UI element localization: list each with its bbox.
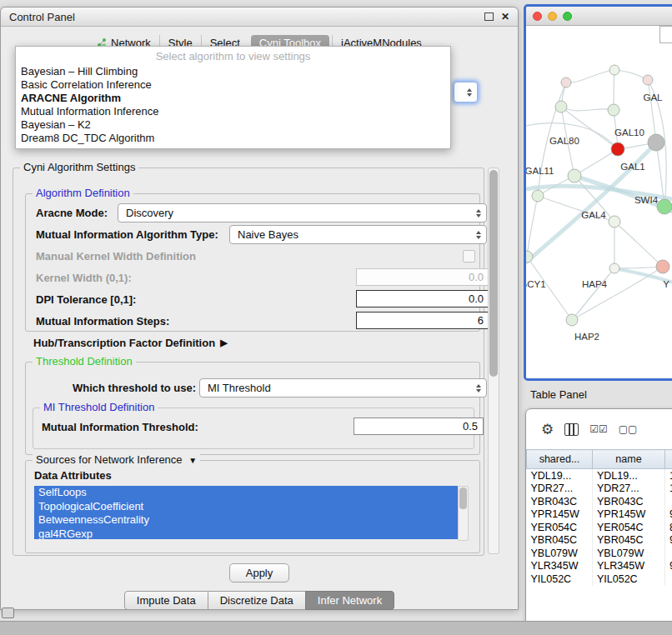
table-cell: 13 (665, 469, 672, 482)
table-cell: YDL19... (527, 469, 593, 482)
node-table: shared...name YDL19...YDL19...13YDR27...… (526, 449, 672, 586)
data-attributes-list[interactable]: SelfLoopsTopologicalCoefficientBetweenne… (34, 486, 458, 539)
algorithm-dropdown-popup: Select algorithm to view settings Bayesi… (15, 46, 451, 149)
node-label: GCY1 (526, 279, 546, 289)
table-row[interactable]: YDR27...YDR27...12 (527, 482, 672, 496)
aracne-mode-value: Discovery (126, 207, 173, 219)
network-node[interactable] (609, 263, 619, 273)
column-header[interactable]: shared... (527, 450, 593, 469)
dropdown-item[interactable]: Bayesian – K2 (16, 118, 450, 132)
deselect-all-icon[interactable]: ▢▢ (619, 423, 638, 435)
network-node[interactable] (656, 260, 669, 273)
network-scroll-box[interactable] (659, 26, 672, 43)
network-edge[interactable] (614, 222, 663, 267)
attribute-item[interactable]: BetweennessCentrality (34, 513, 458, 528)
attribute-item[interactable]: TopologicalCoefficient (34, 500, 458, 514)
mi-threshold-value: 0.5 (463, 420, 478, 432)
network-node[interactable] (609, 216, 620, 228)
status-bar (0, 621, 672, 635)
hub-section-toggle[interactable]: Hub/Transcription Factor Definition ▶ (33, 337, 228, 349)
network-edge[interactable] (527, 196, 538, 257)
column-header[interactable] (665, 450, 672, 469)
table-cell: YDR27... (593, 482, 665, 496)
attribute-item[interactable]: gal4RGexp (34, 528, 458, 540)
dropdown-item[interactable]: Basic Correlation Inference (16, 78, 450, 92)
network-node[interactable] (561, 78, 571, 88)
network-node[interactable] (643, 75, 653, 85)
network-node[interactable] (657, 199, 672, 214)
minimize-traffic-light-icon[interactable] (548, 12, 557, 21)
close-icon[interactable]: ✕ (501, 12, 509, 22)
node-label: GAL80 (549, 136, 579, 146)
settings-scrollbar[interactable] (488, 168, 499, 554)
table-row[interactable]: YPR145WYPR145W9. (527, 508, 672, 522)
close-traffic-light-icon[interactable] (533, 12, 542, 21)
apply-button[interactable]: Apply (229, 563, 289, 582)
network-node[interactable] (566, 314, 578, 326)
float-window-icon[interactable] (484, 12, 494, 21)
mi-steps-field[interactable]: 6 (356, 312, 489, 329)
table-row[interactable]: YBL079WYBL079W (527, 547, 672, 560)
dropdown-item[interactable]: ARACNE Algorithm (16, 92, 450, 105)
dpi-tolerance-value: 0.0 (469, 292, 484, 305)
tab-impute-data[interactable]: Impute Data (124, 591, 208, 610)
column-selector-icon[interactable] (564, 423, 579, 436)
table-cell: YPR145W (593, 508, 665, 522)
network-node[interactable] (611, 142, 624, 156)
table-cell: YDR27... (527, 482, 593, 496)
table-cell: 12 (665, 482, 672, 496)
network-edge[interactable] (614, 267, 663, 268)
table-row[interactable]: YIL052CYIL052C (527, 572, 672, 586)
scrollbar-thumb[interactable] (489, 170, 498, 377)
network-node[interactable] (568, 169, 581, 182)
mi-type-label: Mutual Information Algorithm Type: (36, 229, 218, 241)
mi-type-select[interactable]: Naive Bayes (229, 225, 487, 244)
network-node[interactable] (526, 251, 533, 262)
kernel-width-field[interactable]: 0.0 (356, 268, 489, 286)
panel-dock-icon[interactable] (2, 608, 14, 618)
dropdown-item[interactable]: Dream8 DC_TDC Algorithm (16, 132, 450, 145)
sources-title[interactable]: Sources for Network Inference ▼ (33, 454, 200, 467)
dropdown-item[interactable]: Bayesian – Hill Climbing (16, 65, 450, 78)
select-all-icon[interactable]: ☑☑ (589, 423, 608, 435)
network-node[interactable] (532, 190, 544, 202)
network-node[interactable] (648, 134, 664, 151)
mi-threshold-field[interactable]: 0.5 (354, 418, 484, 435)
table-row[interactable]: YDL19...YDL19...13 (527, 469, 672, 482)
table-cell: YBR043C (527, 495, 593, 508)
control-panel-titlebar[interactable]: Control Panel ✕ (1, 8, 518, 27)
table-row[interactable]: YER054CYER054C8. (527, 521, 672, 534)
tab-discretize-data[interactable]: Discretize Data (208, 591, 306, 610)
network-node[interactable] (555, 101, 567, 112)
column-header[interactable]: name (593, 450, 665, 469)
table-row[interactable]: YBR043CYBR043C (527, 495, 672, 508)
zoom-traffic-light-icon[interactable] (563, 12, 572, 21)
table-cell: YIL052C (593, 572, 665, 586)
network-edge[interactable] (648, 80, 656, 142)
dropdown-item[interactable]: Mutual Information Inference (16, 105, 450, 118)
table-row[interactable]: YLR345WYLR345W9. (527, 560, 672, 573)
attributes-scrollbar[interactable] (458, 486, 469, 541)
algorithm-definition-title: Algorithm Definition (33, 188, 133, 199)
manual-kernel-checkbox[interactable] (463, 250, 475, 262)
table-cell: YPR145W (527, 508, 593, 522)
network-edge[interactable] (574, 149, 618, 176)
table-row[interactable]: YBR045CYBR045C9. (527, 534, 672, 548)
dpi-tolerance-field[interactable]: 0.0 (356, 290, 489, 308)
which-threshold-select[interactable]: MI Threshold (199, 378, 487, 398)
gear-icon[interactable]: ⚙ (541, 422, 554, 437)
node-label: GAL4 (581, 210, 606, 220)
network-edge[interactable] (566, 70, 614, 82)
network-edge[interactable] (561, 107, 614, 111)
network-edge[interactable] (572, 268, 614, 320)
network-node[interactable] (609, 65, 619, 75)
aracne-mode-select[interactable]: Discovery (118, 203, 487, 222)
network-canvas[interactable]: GALGAL80GAL10GAL11GAL1SWI4GAL4GCY1HAP4YH… (526, 26, 672, 378)
algorithm-combo-button[interactable] (454, 82, 478, 102)
attribute-item[interactable]: SelfLoops (34, 486, 458, 500)
bottom-tabs: Impute Data Discretize Data Infer Networ… (1, 591, 518, 610)
network-node[interactable] (608, 104, 619, 116)
network-window-titlebar[interactable] (526, 7, 672, 26)
tab-infer-network[interactable]: Infer Network (305, 591, 394, 610)
table-cell: YIL052C (527, 572, 593, 586)
